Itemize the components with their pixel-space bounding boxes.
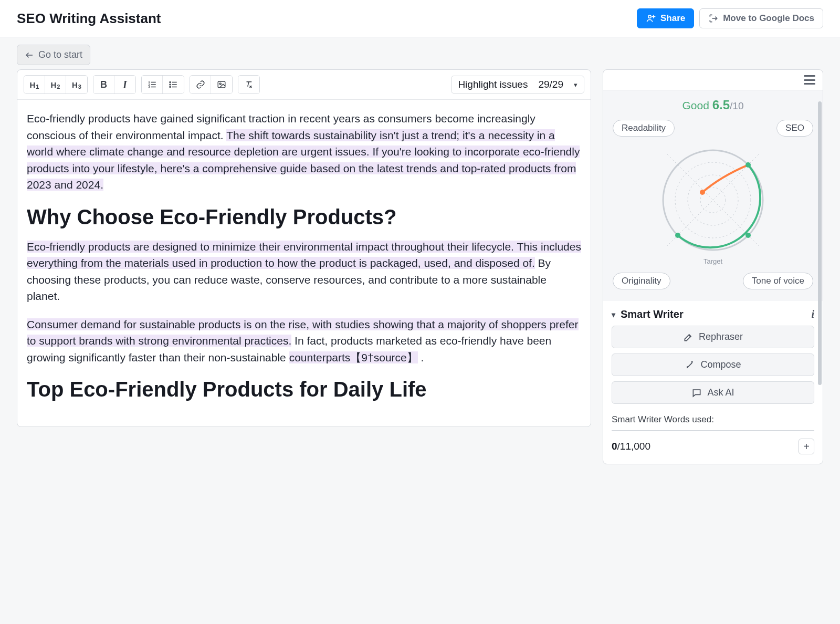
ordered-list-button[interactable]: 123 <box>142 76 163 93</box>
highlight-issues-label: Highlight issues <box>458 79 528 90</box>
pencil-icon <box>683 332 694 342</box>
score-value: 6.5 <box>712 98 730 112</box>
link-icon <box>196 80 205 89</box>
image-icon <box>217 80 226 89</box>
heading: Top Eco-Friendly Products for Daily Life <box>27 377 581 401</box>
list-group: 123 <box>141 75 184 94</box>
chevron-down-icon: ▾ <box>574 81 578 89</box>
move-to-gdocs-button[interactable]: Move to Google Docs <box>699 8 823 28</box>
svg-point-0 <box>648 15 651 18</box>
menu-icon[interactable] <box>804 75 815 85</box>
chat-icon <box>691 388 702 398</box>
rephraser-button[interactable]: Rephraser <box>612 326 814 348</box>
ordered-list-icon: 123 <box>148 80 157 89</box>
words-used-bar <box>612 430 814 431</box>
overall-score: Good 6.5/10 <box>608 98 817 112</box>
add-words-button[interactable]: + <box>799 439 814 454</box>
radar-chart <box>608 139 817 262</box>
h3-button[interactable]: H3 <box>66 76 87 93</box>
editor-toolbar: H1 H2 H3 B I 123 <box>17 70 591 100</box>
wand-icon <box>685 360 695 370</box>
image-button[interactable] <box>211 76 232 93</box>
info-icon[interactable]: i <box>811 308 814 320</box>
clear-format-button[interactable] <box>238 76 259 93</box>
side-panel: Good 6.5/10 Readability SEO <box>603 69 823 464</box>
unordered-list-button[interactable] <box>163 76 184 93</box>
scrollbar[interactable] <box>818 101 822 385</box>
go-to-start-label: Go to start <box>38 49 82 60</box>
share-label: Share <box>660 13 685 24</box>
share-button[interactable]: Share <box>637 8 694 28</box>
link-button[interactable] <box>190 76 211 93</box>
readability-pill[interactable]: Readability <box>613 120 675 137</box>
issues-count: 29/29 <box>538 79 563 90</box>
paragraph: Eco-friendly products are designed to mi… <box>27 238 581 305</box>
svg-point-18 <box>675 233 680 238</box>
paragraph: Consumer demand for sustainable products… <box>27 316 581 366</box>
metric-pills-bottom: Originality Tone of voice <box>608 265 817 292</box>
document-body[interactable]: Eco-friendly products have gained signif… <box>17 100 591 427</box>
tone-pill[interactable]: Tone of voice <box>743 273 813 289</box>
svg-text:3: 3 <box>148 85 150 88</box>
smart-writer-title: Smart Writer <box>621 308 684 320</box>
page-title: SEO Writing Assistant <box>17 11 161 27</box>
smart-writer-header[interactable]: ▾ Smart Writer i <box>612 308 814 320</box>
editor-panel: H1 H2 H3 B I 123 <box>17 69 591 427</box>
chevron-down-icon: ▾ <box>612 310 615 319</box>
score-max: /10 <box>730 100 743 111</box>
move-label: Move to Google Docs <box>723 13 814 24</box>
header-actions: Share Move to Google Docs <box>637 8 823 28</box>
heading: Why Choose Eco-Friendly Products? <box>27 205 581 229</box>
sub-actions: Go to start <box>0 37 840 69</box>
header-bar: SEO Writing Assistant Share Move to Goog… <box>0 0 840 37</box>
format-group: B I <box>93 75 136 94</box>
h1-button[interactable]: H1 <box>24 76 45 93</box>
main-area: H1 H2 H3 B I 123 <box>0 69 840 475</box>
seo-pill[interactable]: SEO <box>776 120 813 137</box>
highlight-issues-dropdown[interactable]: Highlight issues 29/29 ▾ <box>451 76 584 93</box>
h2-button[interactable]: H2 <box>45 76 66 93</box>
clear-format-icon <box>244 80 254 89</box>
svg-point-5 <box>170 84 171 85</box>
words-used-label: Smart Writer Words used: <box>612 414 814 425</box>
export-icon <box>708 13 719 24</box>
highlighted-text: counterparts【9†source】 <box>289 351 418 363</box>
share-icon <box>646 13 656 24</box>
go-to-start-button[interactable]: Go to start <box>17 45 90 65</box>
side-panel-header <box>603 70 823 90</box>
svg-point-8 <box>219 83 221 85</box>
heading-group: H1 H2 H3 <box>24 75 88 94</box>
highlighted-text: Eco-friendly products are designed to mi… <box>27 241 514 253</box>
smart-writer-section: ▾ Smart Writer i Rephraser Compose Ask A… <box>603 301 823 464</box>
unordered-list-icon <box>169 80 178 89</box>
svg-point-17 <box>746 233 751 238</box>
svg-point-19 <box>700 190 705 195</box>
compose-button[interactable]: Compose <box>612 353 814 376</box>
paragraph: Eco-friendly products have gained signif… <box>27 110 581 193</box>
metric-pills-top: Readability SEO <box>608 112 817 139</box>
italic-button[interactable]: I <box>114 76 135 93</box>
bold-button[interactable]: B <box>93 76 114 93</box>
target-label: Target <box>608 257 817 265</box>
words-used-value: 0/11,000 + <box>612 439 814 454</box>
score-area: Good 6.5/10 Readability SEO <box>603 90 823 301</box>
svg-point-16 <box>746 162 751 168</box>
svg-point-6 <box>170 87 171 88</box>
originality-pill[interactable]: Originality <box>613 273 670 289</box>
clear-group <box>238 75 260 94</box>
score-label: Good <box>682 99 709 111</box>
svg-point-4 <box>170 82 171 83</box>
ask-ai-button[interactable]: Ask AI <box>612 381 814 404</box>
arrow-left-icon <box>25 50 34 60</box>
insert-group <box>190 75 233 94</box>
